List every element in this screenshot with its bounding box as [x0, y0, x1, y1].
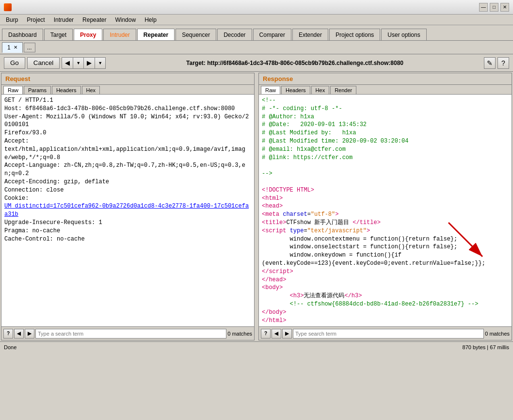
target-label: Target: http://6f8468a6-1dc3-478b-806c-0… — [108, 60, 482, 66]
tab-target[interactable]: Target — [44, 29, 73, 40]
help-button[interactable]: ? — [497, 57, 509, 69]
prev-button[interactable]: ◀ — [62, 57, 73, 69]
next-dropdown-button[interactable]: ▼ — [95, 57, 106, 69]
tab-sequencer[interactable]: Sequencer — [176, 29, 216, 40]
request-content: GET / HTTP/1.1 Host: 6f8468a6-1dc3-478b-… — [1, 95, 254, 326]
repeater-tab-bar: 1 ✕ ... — [0, 41, 513, 54]
tab-proxy[interactable]: Proxy — [74, 29, 102, 40]
request-code-area[interactable]: GET / HTTP/1.1 Host: 6f8468a6-1dc3-478b-… — [1, 95, 254, 326]
maximize-button[interactable]: □ — [490, 3, 498, 12]
target-url: http://6f8468a6-1dc3-478b-806c-085cb9b79… — [207, 60, 403, 66]
menu-window[interactable]: Window — [111, 16, 140, 24]
cancel-button[interactable]: Cancel — [27, 57, 60, 69]
repeater-toolbar: Go Cancel ◀ ▼ ▶ ▼ Target: http://6f8468a… — [0, 54, 513, 72]
response-header: Response — [259, 73, 512, 85]
prev-dropdown-button[interactable]: ▼ — [73, 57, 83, 69]
request-tabs: Raw Params Headers Hex — [1, 85, 254, 95]
response-tabs: Raw Headers Hex Render — [259, 85, 512, 95]
tab-dashboard[interactable]: Dashboard — [2, 29, 43, 40]
response-code-area[interactable]: <!-- # -*- coding: utf-8 -*- # @Author: … — [259, 95, 512, 326]
request-panel: Request Raw Params Headers Hex GET / HTT… — [1, 73, 255, 340]
menu-help[interactable]: Help — [141, 16, 160, 24]
tab-project-options[interactable]: Project options — [329, 29, 380, 40]
edit-target-button[interactable]: ✎ — [484, 57, 496, 69]
minimize-button[interactable]: — — [479, 3, 488, 12]
request-header: Request — [1, 73, 254, 85]
response-search-input[interactable] — [293, 329, 484, 339]
tab-comparer[interactable]: Comparer — [253, 29, 291, 40]
response-search-prev[interactable]: ◀ — [272, 329, 281, 339]
response-content: <!-- # -*- coding: utf-8 -*- # @Author: … — [259, 95, 512, 326]
next-button[interactable]: ▶ — [83, 57, 95, 69]
response-panel: Response Raw Headers Hex Render <!-- # -… — [258, 73, 512, 340]
repeater-tab-1[interactable]: 1 ✕ — [2, 42, 23, 53]
request-bottom-bar: ? ◀ ▶ 0 matches — [1, 326, 254, 340]
response-tab-headers[interactable]: Headers — [281, 86, 310, 94]
repeater-tab-more[interactable]: ... — [24, 43, 35, 52]
request-tab-headers[interactable]: Headers — [52, 86, 81, 94]
response-tab-raw[interactable]: Raw — [261, 86, 280, 94]
menu-intruder[interactable]: Intruder — [50, 16, 78, 24]
response-search-help[interactable]: ? — [261, 329, 271, 339]
request-search-help[interactable]: ? — [3, 329, 13, 339]
menu-bar: Burp Project Intruder Repeater Window He… — [0, 15, 513, 25]
tab-decoder[interactable]: Decoder — [217, 29, 252, 40]
status-text: Done — [4, 344, 16, 350]
menu-burp[interactable]: Burp — [2, 16, 22, 24]
response-tab-hex[interactable]: Hex — [311, 86, 330, 94]
status-bar: Done 870 bytes | 67 millis — [0, 341, 513, 352]
title-bar: — □ ✕ — [0, 0, 513, 15]
repeater-tab-close[interactable]: ✕ — [14, 45, 17, 50]
panel-divider[interactable] — [256, 72, 257, 341]
app-icon — [4, 3, 12, 11]
menu-project[interactable]: Project — [23, 16, 48, 24]
close-button[interactable]: ✕ — [500, 3, 509, 12]
tab-user-options[interactable]: User options — [381, 29, 426, 40]
menu-repeater[interactable]: Repeater — [79, 16, 110, 24]
main-tab-bar: Dashboard Target Proxy Intruder Repeater… — [0, 25, 513, 41]
request-tab-hex[interactable]: Hex — [82, 86, 100, 94]
response-bottom-bar: ? ◀ ▶ 0 matches — [259, 326, 512, 340]
response-size: 870 bytes | 67 millis — [463, 344, 509, 350]
request-search-prev[interactable]: ◀ — [14, 329, 24, 339]
response-search-next[interactable]: ▶ — [282, 329, 292, 339]
request-search-input[interactable] — [35, 329, 226, 339]
response-matches: 0 matches — [485, 331, 510, 337]
panels-container: Request Raw Params Headers Hex GET / HTT… — [0, 72, 513, 341]
tab-extender[interactable]: Extender — [292, 29, 328, 40]
response-tab-render[interactable]: Render — [330, 86, 356, 94]
request-tab-raw[interactable]: Raw — [3, 86, 23, 94]
tab-repeater[interactable]: Repeater — [137, 29, 175, 40]
request-matches: 0 matches — [227, 331, 252, 337]
request-tab-params[interactable]: Params — [24, 86, 51, 94]
request-search-next[interactable]: ▶ — [25, 329, 34, 339]
tab-intruder[interactable]: Intruder — [103, 29, 136, 40]
go-button[interactable]: Go — [4, 57, 25, 69]
